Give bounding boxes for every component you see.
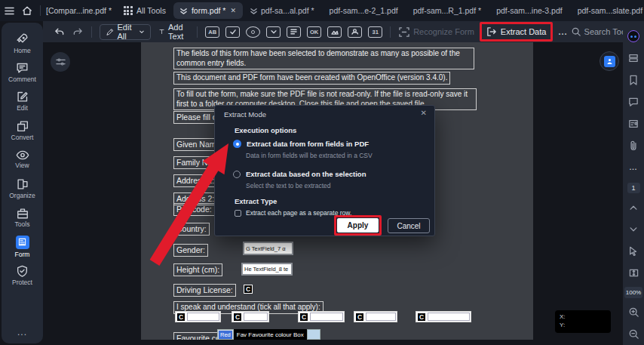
apply-highlight-box: Apply — [334, 215, 382, 236]
language-checkbox-field[interactable]: C — [175, 311, 221, 322]
chevron-down-icon — [140, 30, 144, 34]
option-extract-selection[interactable]: Extract data based on the selection — [233, 170, 366, 178]
radio-selected-icon[interactable] — [233, 140, 241, 148]
eye-icon — [16, 150, 29, 160]
title-bar: [Compar...ine.pdf * All Tools form.pdf *… — [0, 0, 644, 21]
language-checkbox-field[interactable]: C — [232, 311, 269, 322]
language-checkbox-field[interactable]: C — [298, 311, 345, 322]
tab-pdf-sample-5[interactable]: pdf-sam...slate.pdf — [570, 6, 644, 15]
form-share-button[interactable] — [600, 51, 619, 71]
rocket-icon — [16, 32, 29, 45]
text-field-tool-icon[interactable]: AB — [205, 26, 219, 38]
document-paragraph: This document and PDF form have been cre… — [173, 72, 450, 85]
tab-pdf-sample[interactable]: pdf-sa...al.pdf * — [243, 6, 322, 15]
sidebar-more-icon[interactable]: ... — [17, 327, 27, 337]
height-form-field[interactable]: He TextField_8 te — [241, 263, 293, 276]
tab-label: form.pdf * — [192, 6, 226, 15]
tab-pdf-sample-3[interactable]: pdf-sam...R_1.pdf * — [406, 6, 489, 15]
briefcase-icon — [17, 208, 29, 219]
dropdown-tool-icon[interactable] — [266, 26, 281, 38]
form-fields-panel-icon[interactable] — [628, 112, 639, 134]
image-field-tool-icon[interactable] — [327, 26, 342, 38]
attachments-panel-icon[interactable] — [630, 134, 637, 156]
sidebar-item-view[interactable]: View — [2, 145, 43, 174]
all-tools-label: All Tools — [136, 6, 166, 15]
divider — [390, 26, 391, 38]
more-tools-icon[interactable]: ... — [554, 23, 571, 40]
cursor-coordinates-overlay: X: Y: — [555, 310, 611, 333]
comments-panel-icon[interactable] — [628, 91, 639, 113]
convert-icon — [17, 120, 29, 132]
sidebar-item-label: Protect — [12, 279, 32, 286]
checkbox-tool-icon[interactable] — [225, 26, 240, 38]
zoom-level-badge[interactable]: 100% — [624, 287, 642, 298]
signature-field-tool-icon[interactable] — [348, 26, 362, 38]
radio-unselected-icon[interactable] — [233, 171, 241, 178]
pdf-file-icon — [180, 8, 187, 14]
tab-close-icon[interactable]: ✕ — [230, 7, 236, 14]
panel-more-icon[interactable]: ... — [630, 156, 638, 178]
list-box-tool-icon[interactable] — [287, 26, 301, 38]
window-doc-title[interactable]: [Compar...ine.pdf * — [46, 6, 112, 15]
bookmarks-panel-icon[interactable] — [629, 69, 638, 91]
language-checkbox-field[interactable]: C — [354, 311, 397, 322]
organize-pages-icon — [17, 178, 29, 190]
driving-license-checkbox[interactable]: C — [244, 285, 253, 294]
comment-bubble-icon — [16, 62, 29, 74]
sidebar-item-organize[interactable]: Organize — [2, 174, 43, 204]
sidebar-item-edit[interactable]: Edit — [2, 87, 43, 116]
select-tool-icon[interactable] — [629, 240, 638, 262]
add-text-button[interactable]: Add Text — [154, 23, 192, 41]
edit-all-button[interactable]: Edit All — [100, 24, 151, 40]
y-coordinate-label: Y: — [560, 321, 606, 329]
sidebar-item-convert[interactable]: Convert — [2, 116, 43, 146]
sidebar-item-tools[interactable]: Tools — [2, 203, 43, 233]
grid-icon — [124, 6, 133, 15]
zoom-out-icon[interactable] — [629, 323, 639, 345]
language-checkbox-field[interactable]: C — [416, 311, 471, 322]
ai-assistant-icon[interactable] — [627, 26, 639, 48]
tab-pdf-sample-4[interactable]: pdf-sam...ine-3.pdf — [489, 6, 570, 15]
apply-button[interactable]: Apply — [337, 218, 379, 233]
gender-form-field[interactable]: G TextField_7 α — [243, 242, 293, 255]
button-tool-icon[interactable]: OK — [307, 26, 321, 38]
sidebar-item-protect[interactable]: Protect — [2, 261, 43, 291]
checkbox-icon[interactable] — [235, 210, 241, 217]
person-icon — [604, 56, 615, 67]
fit-page-icon[interactable] — [629, 262, 639, 284]
redo-icon[interactable] — [69, 23, 87, 40]
home-icon[interactable] — [18, 2, 36, 19]
field-properties-icon[interactable] — [51, 52, 70, 72]
all-tools-button[interactable]: All Tools — [124, 6, 166, 15]
sidebar-item-comment[interactable]: Comment — [2, 58, 43, 88]
thumbnails-panel-icon[interactable] — [628, 48, 639, 69]
date-field-tool-icon[interactable]: 31 — [368, 26, 382, 38]
cancel-button[interactable]: Cancel — [388, 218, 430, 233]
tab-form-pdf[interactable]: form.pdf * ✕ — [173, 2, 243, 19]
add-text-label: Add Text — [168, 23, 187, 41]
page-number-badge[interactable]: 1 — [627, 183, 640, 193]
tab-pdf-sample-2[interactable]: pdf-sam...e-2_1.pdf — [322, 6, 406, 15]
radio-button-tool-icon[interactable] — [246, 26, 260, 38]
favourite-colour-combo-field[interactable]: Red Fav Favourite colour Box — [217, 329, 320, 340]
sidebar-item-form[interactable]: Form — [2, 233, 43, 262]
extract-data-button[interactable]: Extract Data — [483, 24, 550, 39]
edit-all-label: Edit All — [118, 23, 136, 41]
dialog-close-icon[interactable]: ✕ — [421, 109, 427, 117]
sidebar-item-home[interactable]: Home — [2, 29, 43, 58]
extract-data-highlight-box: Extract Data — [480, 22, 554, 42]
left-sidebar: Home Comment Edit Convert View Organize … — [2, 23, 43, 343]
form-icon — [16, 236, 29, 249]
undo-icon[interactable] — [51, 23, 69, 40]
option-extract-form-fields[interactable]: Extract data from form fields in PDF — [233, 140, 369, 148]
recognize-form-button: Recognize Form — [395, 23, 478, 40]
zoom-in-icon[interactable] — [629, 301, 639, 323]
sidebar-item-label: Organize — [9, 192, 35, 199]
menu-icon[interactable] — [0, 2, 18, 19]
tab-label: pdf-sam...slate.pdf — [578, 6, 642, 15]
next-page-icon[interactable] — [630, 218, 637, 240]
combo-field-name: Fav Favourite colour Box — [234, 329, 307, 340]
previous-page-icon[interactable] — [630, 196, 637, 218]
option-label: Extract data based on the selection — [246, 170, 366, 178]
document-paragraph: The fields of this form have been select… — [173, 48, 474, 69]
